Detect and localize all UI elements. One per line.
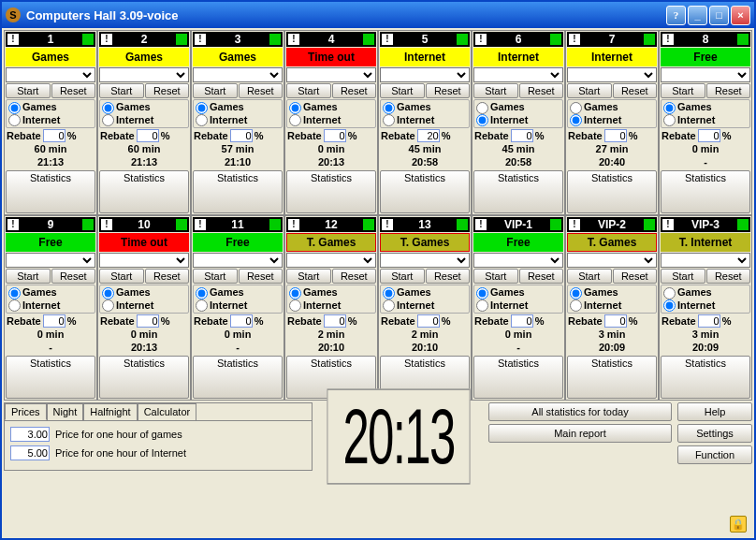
start-button[interactable]: Start [193, 269, 238, 284]
rebate-input[interactable] [698, 314, 720, 328]
lock-icon[interactable]: 🔒 [730, 516, 747, 533]
reset-button[interactable]: Reset [613, 83, 658, 98]
internet-radio[interactable] [102, 114, 114, 126]
tariff-select[interactable] [567, 253, 657, 268]
start-button[interactable]: Start [380, 83, 425, 98]
alert-icon[interactable]: ! [475, 34, 487, 45]
start-button[interactable]: Start [661, 269, 705, 284]
reset-button[interactable]: Reset [239, 269, 284, 284]
statistics-button[interactable]: Statistics [6, 356, 95, 399]
reset-button[interactable]: Reset [426, 269, 471, 284]
rebate-input[interactable] [511, 314, 533, 328]
alert-icon[interactable]: ! [662, 34, 674, 45]
tariff-select[interactable] [567, 67, 657, 82]
alert-icon[interactable]: ! [475, 219, 487, 230]
alert-icon[interactable]: ! [382, 219, 393, 230]
alert-icon[interactable]: ! [195, 34, 206, 45]
rebate-input[interactable] [698, 129, 720, 142]
tab-night[interactable]: Night [47, 403, 84, 420]
alert-icon[interactable]: ! [7, 34, 19, 45]
tariff-select[interactable] [99, 253, 189, 268]
internet-radio[interactable] [289, 114, 301, 126]
start-button[interactable]: Start [380, 269, 425, 284]
games-radio[interactable] [196, 102, 208, 114]
tariff-select[interactable] [6, 67, 95, 82]
internet-radio[interactable] [383, 114, 395, 126]
statistics-button[interactable]: Statistics [6, 170, 95, 213]
games-radio[interactable] [196, 287, 208, 299]
price-games-input[interactable] [10, 427, 50, 442]
start-button[interactable]: Start [99, 269, 144, 284]
tariff-select[interactable] [193, 67, 283, 82]
all-statistics-button[interactable]: All statistics for today [488, 402, 672, 421]
main-report-button[interactable]: Main report [488, 424, 672, 443]
alert-icon[interactable]: ! [288, 219, 299, 230]
price-internet-input[interactable] [10, 445, 50, 460]
internet-radio[interactable] [383, 299, 395, 312]
maximize-button[interactable]: □ [709, 6, 729, 25]
rebate-input[interactable] [324, 314, 346, 328]
internet-radio[interactable] [570, 114, 582, 126]
internet-radio[interactable] [8, 114, 21, 126]
tariff-select[interactable] [99, 67, 189, 82]
internet-radio[interactable] [196, 299, 208, 312]
statistics-button[interactable]: Statistics [99, 170, 189, 213]
statistics-button[interactable]: Statistics [473, 356, 563, 399]
reset-button[interactable]: Reset [332, 83, 377, 98]
reset-button[interactable]: Reset [332, 269, 377, 284]
statistics-button[interactable]: Statistics [286, 170, 376, 213]
games-radio[interactable] [570, 287, 582, 299]
start-button[interactable]: Start [567, 269, 612, 284]
tariff-select[interactable] [380, 67, 470, 82]
statistics-button[interactable]: Statistics [661, 170, 750, 213]
start-button[interactable]: Start [567, 83, 612, 98]
internet-radio[interactable] [570, 299, 582, 312]
games-radio[interactable] [102, 102, 114, 114]
start-button[interactable]: Start [6, 83, 51, 98]
rebate-input[interactable] [137, 314, 159, 328]
tariff-select[interactable] [473, 253, 563, 268]
tariff-select[interactable] [286, 253, 376, 268]
tariff-select[interactable] [6, 253, 95, 268]
alert-icon[interactable]: ! [101, 34, 112, 45]
alert-icon[interactable]: ! [569, 219, 580, 230]
tariff-select[interactable] [193, 253, 283, 268]
start-button[interactable]: Start [99, 83, 144, 98]
tab-halfnight[interactable]: Halfnight [83, 403, 137, 420]
internet-radio[interactable] [663, 299, 676, 312]
close-button[interactable]: × [731, 6, 750, 25]
rebate-input[interactable] [324, 129, 346, 142]
statistics-button[interactable]: Statistics [99, 356, 189, 399]
reset-button[interactable]: Reset [613, 269, 658, 284]
internet-radio[interactable] [196, 114, 208, 126]
games-radio[interactable] [663, 102, 676, 114]
games-radio[interactable] [289, 287, 301, 299]
reset-button[interactable]: Reset [706, 83, 751, 98]
tariff-select[interactable] [661, 67, 750, 82]
internet-radio[interactable] [289, 299, 301, 312]
tariff-select[interactable] [473, 67, 563, 82]
help-button[interactable]: ? [666, 6, 686, 25]
statistics-button[interactable]: Statistics [193, 170, 283, 213]
start-button[interactable]: Start [193, 83, 238, 98]
statistics-button[interactable]: Statistics [661, 356, 750, 399]
games-radio[interactable] [102, 287, 114, 299]
alert-icon[interactable]: ! [195, 219, 206, 230]
reset-button[interactable]: Reset [426, 83, 471, 98]
reset-button[interactable]: Reset [145, 83, 190, 98]
games-radio[interactable] [476, 287, 488, 299]
rebate-input[interactable] [43, 129, 65, 142]
games-radio[interactable] [570, 102, 582, 114]
rebate-input[interactable] [417, 129, 440, 142]
internet-radio[interactable] [476, 299, 488, 312]
function-btn[interactable]: Function [677, 445, 752, 464]
games-radio[interactable] [8, 287, 21, 299]
games-radio[interactable] [476, 102, 488, 114]
rebate-input[interactable] [230, 314, 253, 328]
statistics-button[interactable]: Statistics [567, 170, 657, 213]
rebate-input[interactable] [417, 314, 440, 328]
settings-btn[interactable]: Settings [677, 424, 752, 443]
statistics-button[interactable]: Statistics [193, 356, 283, 399]
internet-radio[interactable] [102, 299, 114, 312]
start-button[interactable]: Start [286, 269, 331, 284]
